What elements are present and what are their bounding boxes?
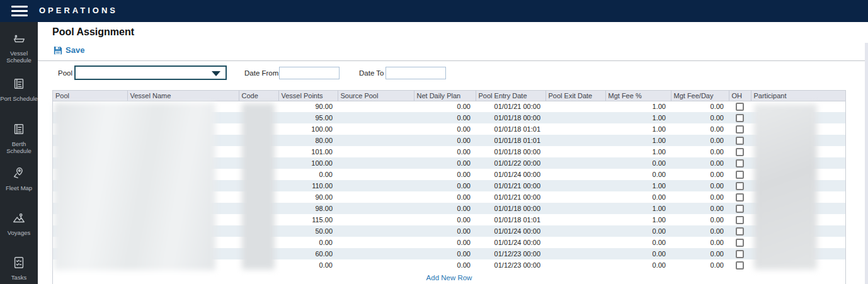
cell-mgt-fee-day[interactable]: 0.00 <box>671 157 729 169</box>
column-header-source-pool[interactable]: Source Pool <box>338 91 414 101</box>
cell-pool-exit-date[interactable] <box>545 180 605 191</box>
oh-checkbox[interactable] <box>736 114 744 122</box>
column-header-participant[interactable]: Participant <box>751 91 845 101</box>
cell-mgt-fee-day[interactable]: 0.00 <box>671 146 729 157</box>
oh-checkbox[interactable] <box>736 159 744 168</box>
cell-pool-entry-date[interactable]: 01/01/18 01:01 <box>476 214 545 225</box>
cell-mgt-fee-day[interactable]: 0.00 <box>671 101 729 112</box>
cell-mgt-fee-pct[interactable]: 0.00 <box>605 191 671 203</box>
cell-vessel-points[interactable]: 80.00 <box>278 135 338 146</box>
cell-code[interactable] <box>239 225 278 237</box>
cell-pool[interactable] <box>53 248 127 259</box>
cell-mgt-fee-day[interactable]: 0.00 <box>671 191 729 203</box>
sidebar-item-berth-schedule[interactable]: Berth Schedule <box>0 122 38 154</box>
column-header-pool-entry-date[interactable]: Pool Entry Date <box>476 91 545 101</box>
cell-source-pool[interactable] <box>338 101 414 112</box>
cell-pool-entry-date[interactable]: 01/01/21 00:00 <box>476 180 545 191</box>
cell-net-daily-plan[interactable]: 0.00 <box>414 101 476 112</box>
cell-pool-exit-date[interactable] <box>545 135 605 146</box>
cell-mgt-fee-pct[interactable]: 0.00 <box>605 248 671 259</box>
cell-participant[interactable] <box>751 203 845 214</box>
sidebar-item-fleet-map[interactable]: Fleet Map <box>0 166 38 191</box>
cell-mgt-fee-day[interactable]: 0.00 <box>671 214 729 225</box>
cell-pool-exit-date[interactable] <box>545 214 605 225</box>
cell-source-pool[interactable] <box>338 180 414 191</box>
cell-source-pool[interactable] <box>338 169 414 180</box>
cell-pool-entry-date[interactable]: 01/01/18 00:00 <box>476 203 545 214</box>
column-header-pool-exit-date[interactable]: Pool Exit Date <box>545 91 605 101</box>
cell-pool[interactable] <box>53 191 127 203</box>
cell-mgt-fee-pct[interactable]: 0.00 <box>605 225 671 237</box>
oh-checkbox[interactable] <box>736 103 744 111</box>
cell-pool[interactable] <box>53 225 127 237</box>
cell-pool-entry-date[interactable]: 01/01/18 00:00 <box>476 146 545 157</box>
cell-net-daily-plan[interactable]: 0.00 <box>414 191 476 203</box>
cell-vessel-points[interactable]: 98.00 <box>278 203 338 214</box>
cell-code[interactable] <box>239 180 278 191</box>
cell-pool-exit-date[interactable] <box>545 225 605 237</box>
cell-vessel-points[interactable]: 90.00 <box>278 101 338 112</box>
cell-mgt-fee-day[interactable]: 0.00 <box>671 169 729 180</box>
cell-vessel-name[interactable] <box>127 123 239 135</box>
cell-mgt-fee-pct[interactable]: 1.00 <box>605 112 671 123</box>
cell-mgt-fee-pct[interactable]: 1.00 <box>605 214 671 225</box>
cell-vessel-name[interactable] <box>127 191 239 203</box>
cell-participant[interactable] <box>751 135 845 146</box>
cell-pool-entry-date[interactable]: 01/01/24 00:00 <box>476 237 545 248</box>
cell-pool[interactable] <box>53 259 127 271</box>
cell-vessel-name[interactable] <box>127 135 239 146</box>
pool-dropdown[interactable] <box>74 65 227 80</box>
cell-code[interactable] <box>239 203 278 214</box>
cell-participant[interactable] <box>751 101 845 112</box>
sidebar-item-vessel-schedule[interactable]: Vessel Schedule <box>0 31 38 64</box>
cell-code[interactable] <box>239 146 278 157</box>
cell-code[interactable] <box>239 101 278 112</box>
cell-mgt-fee-pct[interactable]: 0.00 <box>605 157 671 169</box>
cell-pool-entry-date[interactable]: 01/01/18 01:01 <box>476 135 545 146</box>
cell-pool[interactable] <box>53 214 127 225</box>
column-header-vessel-points[interactable]: Vessel Points <box>278 91 338 101</box>
oh-checkbox[interactable] <box>736 205 744 213</box>
cell-vessel-name[interactable] <box>127 203 239 214</box>
cell-vessel-points[interactable]: 0.00 <box>278 237 338 248</box>
cell-net-daily-plan[interactable]: 0.00 <box>414 146 476 157</box>
oh-checkbox[interactable] <box>736 239 744 247</box>
oh-checkbox[interactable] <box>736 261 744 270</box>
cell-pool-exit-date[interactable] <box>545 191 605 203</box>
cell-net-daily-plan[interactable]: 0.00 <box>414 214 476 225</box>
cell-vessel-name[interactable] <box>127 101 239 112</box>
cell-source-pool[interactable] <box>338 248 414 259</box>
cell-source-pool[interactable] <box>338 135 414 146</box>
oh-checkbox[interactable] <box>736 125 744 133</box>
cell-net-daily-plan[interactable]: 0.00 <box>414 259 476 271</box>
cell-pool-entry-date[interactable]: 01/01/24 00:00 <box>476 169 545 180</box>
cell-pool-exit-date[interactable] <box>545 146 605 157</box>
cell-pool-entry-date[interactable]: 01/12/23 00:00 <box>476 259 545 271</box>
date-to-input[interactable] <box>385 67 446 79</box>
cell-mgt-fee-day[interactable]: 0.00 <box>671 112 729 123</box>
cell-mgt-fee-pct[interactable]: 1.00 <box>605 123 671 135</box>
cell-participant[interactable] <box>751 180 845 191</box>
cell-code[interactable] <box>239 123 278 135</box>
cell-vessel-name[interactable] <box>127 112 239 123</box>
cell-participant[interactable] <box>751 225 845 237</box>
cell-vessel-points[interactable]: 100.00 <box>278 157 338 169</box>
cell-source-pool[interactable] <box>338 191 414 203</box>
cell-pool-exit-date[interactable] <box>545 101 605 112</box>
cell-net-daily-plan[interactable]: 0.00 <box>414 112 476 123</box>
cell-mgt-fee-day[interactable]: 0.00 <box>671 237 729 248</box>
column-header-net-daily-plan[interactable]: Net Daily Plan <box>414 91 476 101</box>
oh-checkbox[interactable] <box>736 227 744 236</box>
cell-pool[interactable] <box>53 180 127 191</box>
cell-pool-entry-date[interactable]: 01/01/18 01:01 <box>476 123 545 135</box>
cell-pool-exit-date[interactable] <box>545 112 605 123</box>
cell-vessel-points[interactable]: 90.00 <box>278 191 338 203</box>
cell-pool-exit-date[interactable] <box>545 203 605 214</box>
cell-participant[interactable] <box>751 123 845 135</box>
cell-vessel-name[interactable] <box>127 180 239 191</box>
cell-participant[interactable] <box>751 169 845 180</box>
cell-vessel-points[interactable]: 50.00 <box>278 225 338 237</box>
oh-checkbox[interactable] <box>736 182 744 190</box>
cell-pool-entry-date[interactable]: 01/01/18 00:00 <box>476 112 545 123</box>
cell-code[interactable] <box>239 191 278 203</box>
